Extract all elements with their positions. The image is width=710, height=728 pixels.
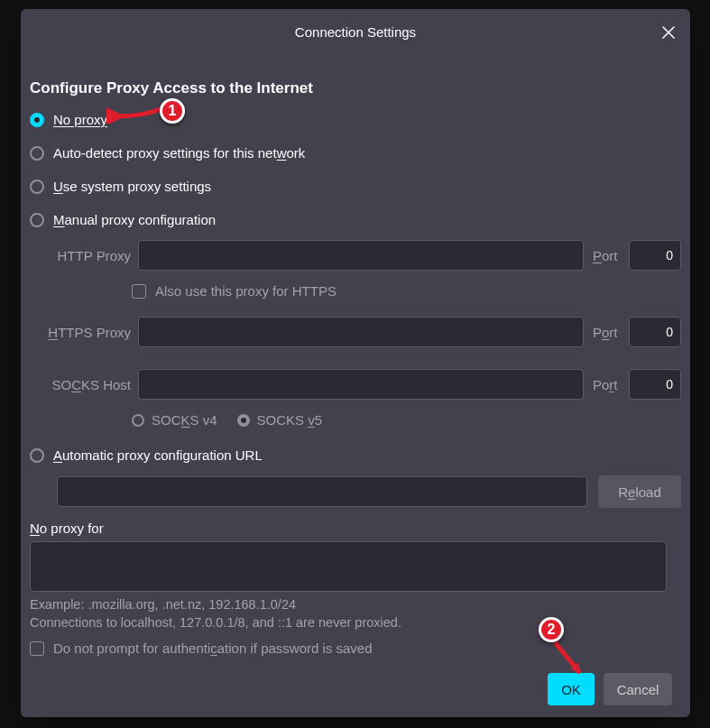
radio-label: Auto-detect proxy settings for this netw… [53, 145, 305, 161]
radio-icon [30, 113, 44, 127]
reload-button[interactable]: Reload [598, 475, 681, 508]
checkbox-label: Also use this proxy for HTTPS [155, 283, 337, 299]
radio-icon [30, 213, 44, 227]
radio-icon [132, 414, 144, 427]
checkbox-icon [30, 641, 44, 656]
close-icon [662, 26, 675, 39]
socks-host-row: SOCKS Host Port [30, 369, 681, 400]
radio-icon [30, 146, 44, 161]
http-proxy-row: HTTP Proxy Port [30, 240, 681, 271]
radio-icon [30, 180, 44, 194]
checkbox-auth-prompt[interactable]: Do not prompt for authentication if pass… [30, 640, 681, 656]
http-port-label: Port [591, 248, 622, 263]
cancel-button[interactable]: Cancel [604, 673, 672, 705]
auto-url-input[interactable] [57, 476, 587, 507]
https-proxy-input[interactable] [138, 317, 584, 347]
connection-settings-dialog: Connection Settings Configure Proxy Acce… [21, 9, 690, 717]
no-proxy-localhost-note: Connections to localhost, 127.0.0.1/8, a… [30, 615, 681, 630]
no-proxy-example: Example: .mozilla.org, .net.nz, 192.168.… [30, 597, 681, 612]
http-port-input[interactable] [629, 240, 681, 271]
socks-version-row: SOCKS v4 SOCKS v5 [132, 412, 681, 428]
no-proxy-for-label: No proxy for [30, 521, 681, 536]
no-proxy-for-textarea[interactable] [30, 541, 667, 592]
socks-port-input[interactable] [629, 369, 681, 400]
radio-no-proxy[interactable]: No proxy [30, 112, 681, 127]
checkbox-icon [132, 284, 146, 299]
checkbox-label: Do not prompt for authentication if pass… [53, 640, 373, 656]
socks-host-input[interactable] [138, 369, 584, 400]
radio-use-system[interactable]: Use system proxy settings [30, 179, 681, 194]
radio-label: Automatic proxy configuration URL [53, 447, 263, 463]
https-port-input[interactable] [629, 317, 681, 347]
radio-auto-url[interactable]: Automatic proxy configuration URL [30, 447, 681, 463]
radio-label: Manual proxy configuration [53, 212, 216, 227]
radio-label: Use system proxy settings [53, 179, 211, 194]
dialog-header: Connection Settings [21, 9, 690, 54]
radio-socks-v5[interactable]: SOCKS v5 [237, 412, 323, 428]
ok-button[interactable]: OK [548, 673, 595, 705]
annotation-step-1: 1 [160, 98, 185, 124]
radio-label: SOCKS v5 [257, 412, 323, 428]
radio-icon [237, 414, 250, 427]
radio-icon [30, 448, 44, 463]
auto-url-row: Reload [57, 475, 681, 508]
socks-host-label: SOCKS Host [30, 377, 131, 392]
http-proxy-input[interactable] [138, 240, 584, 271]
dialog-title: Connection Settings [295, 24, 416, 40]
checkbox-also-https[interactable]: Also use this proxy for HTTPS [132, 283, 681, 299]
section-title: Configure Proxy Access to the Internet [30, 79, 681, 97]
radio-label: SOCKS v4 [152, 412, 217, 428]
socks-port-label: Port [591, 377, 622, 392]
radio-socks-v4[interactable]: SOCKS v4 [132, 412, 217, 428]
radio-auto-detect[interactable]: Auto-detect proxy settings for this netw… [30, 145, 681, 161]
dialog-body: Configure Proxy Access to the Internet N… [21, 54, 690, 661]
http-proxy-label: HTTP Proxy [30, 248, 131, 263]
radio-manual[interactable]: Manual proxy configuration [30, 212, 681, 227]
https-proxy-row: HTTPS Proxy Port [30, 317, 681, 347]
dialog-footer: OK Cancel [21, 661, 690, 717]
radio-label: No proxy [53, 112, 107, 127]
close-button[interactable] [656, 20, 681, 45]
annotation-step-2: 2 [539, 617, 564, 642]
https-port-label: Port [591, 325, 622, 340]
https-proxy-label: HTTPS Proxy [30, 325, 131, 340]
